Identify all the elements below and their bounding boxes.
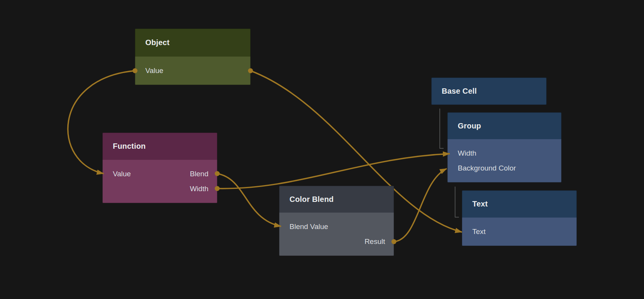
wire-function-blend-to-color-blend-blend-value[interactable]: [217, 174, 281, 226]
port-row-result: Result: [279, 234, 394, 249]
port-row-value: Value: [135, 63, 250, 78]
tree-connector-base-cell-to-group: [440, 109, 444, 148]
node-graph-canvas[interactable]: Object Value Function Value Blend Width …: [0, 0, 644, 299]
output-port-function-width[interactable]: [215, 186, 220, 191]
tree-connector-group-to-text: [455, 187, 459, 217]
port-label-value: Value: [145, 67, 163, 75]
port-row-width: Width: [102, 181, 217, 196]
node-title: Base Cell: [442, 87, 477, 96]
input-port-label-text: Text: [472, 227, 486, 236]
output-port-label-result: Result: [364, 237, 385, 246]
output-port-object-value-right[interactable]: [248, 68, 253, 73]
output-port-object-value-left[interactable]: [133, 68, 138, 73]
node-object[interactable]: Object Value: [135, 29, 250, 85]
node-base-cell[interactable]: Base Cell: [431, 78, 546, 105]
port-row-width: Width: [447, 146, 561, 161]
output-port-function-blend[interactable]: [215, 171, 220, 176]
wire-color-blend-result-to-group-background-color[interactable]: [394, 169, 447, 242]
node-title: Group: [458, 122, 481, 130]
port-row-text: Text: [462, 224, 577, 239]
node-function[interactable]: Function Value Blend Width: [102, 133, 217, 203]
node-title: Function: [113, 142, 146, 151]
port-row-value-blend: Value Blend: [102, 166, 217, 181]
port-row-background-color: Background Color: [447, 161, 561, 176]
node-text[interactable]: Text Text: [462, 190, 577, 246]
input-port-label-blend-value: Blend Value: [289, 223, 328, 231]
node-title: Text: [472, 200, 488, 208]
output-port-color-blend-result[interactable]: [392, 239, 397, 244]
output-port-label-blend: Blend: [190, 170, 208, 178]
output-port-label-width: Width: [190, 185, 208, 193]
node-group[interactable]: Group Width Background Color: [447, 112, 561, 182]
node-title: Color Blend: [289, 195, 334, 204]
input-port-label-value: Value: [113, 170, 131, 178]
input-port-label-width: Width: [458, 149, 476, 158]
wire-function-width-to-group-width[interactable]: [217, 154, 450, 188]
node-color-blend[interactable]: Color Blend Blend Value Result: [279, 186, 394, 256]
input-port-label-background-color: Background Color: [458, 164, 516, 172]
port-row-blend-value: Blend Value: [279, 219, 394, 234]
node-title: Object: [145, 38, 169, 47]
